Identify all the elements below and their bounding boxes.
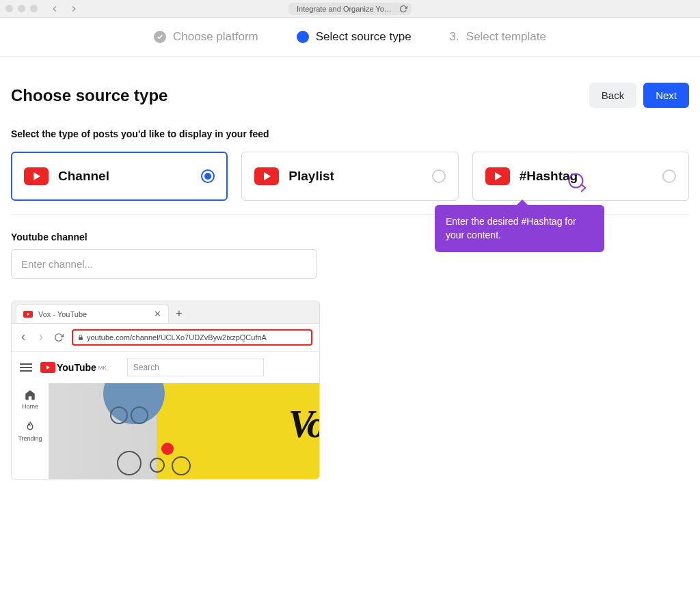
- example-url-bar: youtube.com/channel/UCLXo7UDZvByw2ixzpQC…: [72, 329, 312, 346]
- check-icon: [154, 31, 166, 43]
- arrow-left-icon: [18, 333, 28, 342]
- source-label: Playlist: [288, 169, 334, 184]
- example-tab-title: Vox - YouTube: [38, 310, 87, 318]
- example-search-input: Search: [127, 359, 264, 376]
- step-label: Select source type: [316, 30, 412, 44]
- channel-input[interactable]: [11, 249, 317, 279]
- example-tab: Vox - YouTube ✕: [16, 304, 169, 323]
- step-label: Choose platform: [173, 30, 258, 44]
- radio-channel[interactable]: [201, 169, 215, 183]
- example-sidebar-home: Home: [22, 389, 38, 410]
- arrow-right-icon: [36, 333, 46, 342]
- page-title: Choose source type: [11, 86, 167, 105]
- section-label: Select the type of posts you'd like to d…: [11, 128, 689, 139]
- example-url-text: youtube.com/channel/UCLXo7UDZvByw2ixzpQC…: [87, 333, 267, 342]
- step-select-template: 3. Select template: [450, 30, 546, 44]
- youtube-favicon-icon: [23, 311, 33, 318]
- svg-rect-0: [79, 337, 83, 340]
- youtube-logo: YouTubeMK: [40, 362, 107, 373]
- source-card-hashtag[interactable]: #Hashtag: [472, 152, 689, 201]
- hashtag-tooltip: Enter the desired #Hashtag for your cont…: [435, 205, 604, 252]
- next-button[interactable]: Next: [643, 83, 689, 108]
- example-browser: Vox - YouTube ✕ + youtube.com/channel/UC…: [11, 301, 320, 480]
- sidebar-label: Home: [22, 403, 38, 410]
- traffic-lights: [5, 5, 38, 12]
- browser-back-icon[interactable]: [50, 4, 59, 14]
- step-label: Select template: [466, 30, 546, 44]
- lock-icon: [77, 334, 84, 341]
- source-label: #Hashtag: [520, 169, 578, 184]
- address-text: Integrate and Organize Yo…: [297, 5, 392, 13]
- youtube-icon: [40, 362, 55, 373]
- source-card-channel[interactable]: Channel: [11, 152, 228, 201]
- step-number: 3.: [450, 30, 459, 44]
- page-header: Choose source type Back Next: [11, 83, 689, 108]
- traffic-light-max[interactable]: [30, 5, 38, 12]
- step-choose-platform[interactable]: Choose platform: [154, 30, 258, 44]
- step-select-source-type[interactable]: Select source type: [297, 30, 412, 44]
- source-label: Channel: [58, 169, 109, 184]
- youtube-icon: [254, 167, 279, 185]
- radio-playlist[interactable]: [432, 169, 446, 183]
- back-button[interactable]: Back: [589, 83, 636, 108]
- vox-logo: Vo: [288, 402, 319, 446]
- close-icon: ✕: [154, 309, 161, 319]
- source-cards: Channel Playlist #Hashtag Enter the desi…: [11, 152, 689, 201]
- youtube-region: MK: [98, 365, 107, 371]
- home-icon: [24, 389, 36, 401]
- address-bar[interactable]: Integrate and Organize Yo…: [288, 3, 412, 15]
- traffic-light-close[interactable]: [5, 5, 13, 12]
- reload-icon: [54, 333, 64, 342]
- youtube-icon: [485, 167, 510, 185]
- sidebar-label: Trending: [18, 435, 42, 442]
- source-card-playlist[interactable]: Playlist: [241, 152, 458, 201]
- stepper: Choose platform Select source type 3. Se…: [0, 18, 700, 57]
- youtube-icon: [24, 167, 49, 185]
- flame-icon: [24, 421, 36, 433]
- example-sidebar-trending: Trending: [18, 421, 42, 442]
- browser-chrome: Integrate and Organize Yo…: [0, 0, 700, 18]
- example-channel-banner: Vo: [49, 383, 319, 479]
- step-active-dot-icon: [297, 31, 309, 43]
- browser-forward-icon[interactable]: [69, 4, 79, 14]
- plus-icon: +: [176, 307, 182, 320]
- hamburger-icon: [20, 363, 32, 372]
- reload-icon[interactable]: [399, 5, 407, 13]
- traffic-light-min[interactable]: [18, 5, 25, 12]
- youtube-logo-text: YouTube: [57, 362, 96, 373]
- radio-hashtag[interactable]: [662, 169, 676, 183]
